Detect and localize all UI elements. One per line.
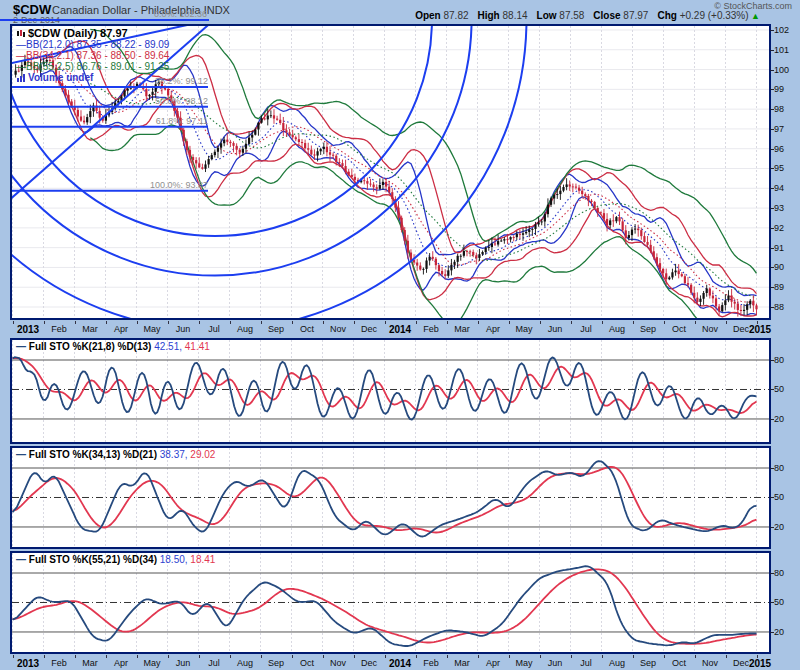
price-tick-96: 96 xyxy=(774,144,784,154)
panel-3-name: Full STO %K(55,21) %D(34) xyxy=(29,554,157,565)
x-tickmark-13 xyxy=(416,655,417,658)
x-tickmark-2 xyxy=(75,655,76,658)
legend-bb-0: —BB(21,2.0) 87.35 - 88.22 - 89.09 xyxy=(16,39,169,50)
price-tickmark-94 xyxy=(770,188,774,189)
fib-level-label-0: 0.0%: 102.36 xyxy=(120,9,207,19)
x-label-sep-20: Sep xyxy=(631,658,665,668)
volume-icon xyxy=(16,73,26,84)
fib-level-label-4: 100.0%: 93.87 xyxy=(150,180,208,190)
price-tickmark-93 xyxy=(770,208,774,209)
panel-1-tick-50: 50 xyxy=(774,384,784,394)
x-label-feb-1: Feb xyxy=(42,658,76,668)
ohlc-value-close: 87.97 xyxy=(621,10,649,21)
panel-3-tickmark-20 xyxy=(770,632,774,633)
x-tickmark-1 xyxy=(44,321,45,324)
x-tickmark-14 xyxy=(447,321,448,324)
main-price-chart: 38.2%: 99.1250.0%: 98.1261.8%: 97.11100.… xyxy=(10,24,771,320)
x-label-jul-6: Jul xyxy=(197,658,231,668)
x-tickmark-19 xyxy=(602,321,603,324)
legend-bb-1: —BB(34,2.1) 87.36 - 88.50 - 89.64 xyxy=(16,50,169,61)
x-label-mar-2: Mar xyxy=(73,324,107,334)
price-tickmark-89 xyxy=(770,287,774,288)
ohlc-label-low: Low xyxy=(537,10,557,21)
x-label-apr-15: Apr xyxy=(476,324,510,334)
x-label-jun-5: Jun xyxy=(166,324,200,334)
x-label-mar-14: Mar xyxy=(445,324,479,334)
x-tickmark-7 xyxy=(230,655,231,658)
x-tickmark-14 xyxy=(447,655,448,658)
ohlc-label-high: High xyxy=(478,10,500,21)
ohlc-summary: Open 87.82High 88.14Low 87.58Close 87.97… xyxy=(406,10,760,21)
x-label-oct-9: Oct xyxy=(290,324,324,334)
x-label-apr-3: Apr xyxy=(104,658,138,668)
panel-1-d-value: 41.41 xyxy=(185,341,210,352)
x-label-sep-8: Sep xyxy=(259,658,293,668)
panel-1-tickmark-80 xyxy=(770,360,774,361)
x-tickmark-10 xyxy=(323,321,324,324)
fib-level-label-2: 50.0%: 98.12 xyxy=(155,96,208,106)
x-tickmark-18 xyxy=(571,655,572,658)
panel-1-tickmark-50 xyxy=(770,389,774,390)
x-label-dec-11: Dec xyxy=(352,324,386,334)
x-label-aug-19: Aug xyxy=(600,658,634,668)
x-tickmark-6 xyxy=(199,321,200,324)
stochastic-panel-3: — Full STO %K(55,21) %D(34) 18.50, 18.41 xyxy=(10,551,771,654)
stochastic-plot-3 xyxy=(12,553,769,652)
x-axis-bottom: 2013FebMarAprMayJunJulAugSepOctNovDec201… xyxy=(0,655,800,670)
x-label-nov-22: Nov xyxy=(693,324,727,334)
ohlc-label-open: Open xyxy=(415,10,441,21)
price-tickmark-90 xyxy=(770,267,774,268)
x-tickmark-7 xyxy=(230,321,231,324)
price-tick-100: 100 xyxy=(774,65,789,75)
x-label-may-4: May xyxy=(135,324,169,334)
stochastic-panel-1: — Full STO %K(21,8) %D(13) 42.51, 41.41 xyxy=(10,338,771,444)
price-tickmark-91 xyxy=(770,248,774,249)
x-tickmark-20 xyxy=(633,655,634,658)
panel-2-k-value: 38.37, xyxy=(160,449,188,460)
price-tick-101: 101 xyxy=(774,45,789,55)
x-tickmark-12 xyxy=(385,321,386,324)
x-label-mar-14: Mar xyxy=(445,658,479,668)
x-tickmark-4 xyxy=(137,655,138,658)
x-label-jul-18: Jul xyxy=(569,658,603,668)
x-tickmark-21 xyxy=(664,321,665,324)
panel-3-legend: — Full STO %K(55,21) %D(34) 18.50, 18.41 xyxy=(16,554,215,565)
x-tickmark-24 xyxy=(757,321,758,324)
price-tickmark-101 xyxy=(770,50,774,51)
ohlc-value-high: 88.14 xyxy=(500,10,528,21)
panel-1-legend: — Full STO %K(21,8) %D(13) 42.51, 41.41 xyxy=(16,341,210,352)
panel-2-tick-50: 50 xyxy=(774,492,784,502)
price-tick-92: 92 xyxy=(774,223,784,233)
panel-2-tick-80: 80 xyxy=(774,463,784,473)
price-tickmark-99 xyxy=(770,89,774,90)
x-label-sep-8: Sep xyxy=(259,324,293,334)
x-label-jul-6: Jul xyxy=(197,324,231,334)
x-label-oct-21: Oct xyxy=(662,658,696,668)
x-tickmark-18 xyxy=(571,321,572,324)
price-tick-95: 95 xyxy=(774,163,784,173)
x-axis-top: 2013FebMarAprMayJunJulAugSepOctNovDec201… xyxy=(0,321,800,337)
main-chart-legend: $CDW (Daily) 87.97 —BB(21,2.0) 87.35 - 8… xyxy=(16,28,169,83)
price-tick-97: 97 xyxy=(774,124,784,134)
x-tickmark-20 xyxy=(633,321,634,324)
ohlc-value-chg: +0.29 (+0.33%) xyxy=(677,10,749,21)
ohlc-label-close: Close xyxy=(593,10,620,21)
price-tickmark-95 xyxy=(770,168,774,169)
x-tickmark-3 xyxy=(106,321,107,324)
x-label-may-4: May xyxy=(135,658,169,668)
panel-2-legend: — Full STO %K(34,13) %D(21) 38.37, 29.02 xyxy=(16,449,215,460)
x-label-aug-7: Aug xyxy=(228,658,262,668)
x-tickmark-15 xyxy=(478,655,479,658)
x-label-mar-2: Mar xyxy=(73,658,107,668)
x-label-2013-0: 2013 xyxy=(11,324,45,335)
x-tickmark-9 xyxy=(292,655,293,658)
legend-volume: Volume undef xyxy=(28,72,93,83)
x-label-feb-13: Feb xyxy=(414,658,448,668)
x-label-nov-10: Nov xyxy=(321,324,355,334)
panel-2-name: Full STO %K(34,13) %D(21) xyxy=(29,449,157,460)
panel-3-d-value: 18.41 xyxy=(190,554,215,565)
x-label-jun-17: Jun xyxy=(538,658,572,668)
x-tickmark-9 xyxy=(292,321,293,324)
ohlc-label-chg: Chg xyxy=(657,10,676,21)
stochastic-panel-2: — Full STO %K(34,13) %D(21) 38.37, 29.02 xyxy=(10,446,771,549)
